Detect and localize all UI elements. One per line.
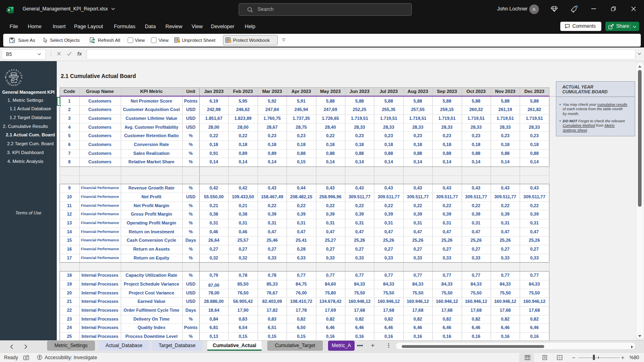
- svg-text:X: X: [8, 8, 10, 12]
